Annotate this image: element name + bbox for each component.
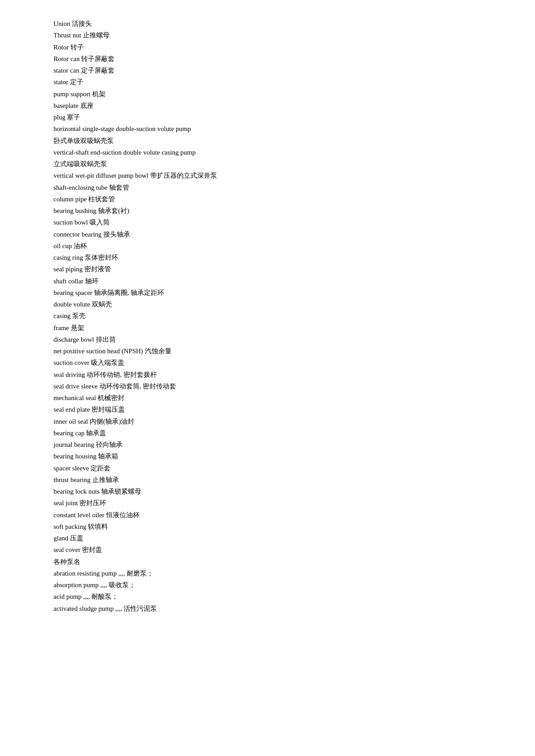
term-discharge-bowl: discharge bowl 排出筒 <box>54 334 482 345</box>
term-bearing-housing: bearing housing 轴承箱 <box>54 450 482 462</box>
term-casing: casing 泵壳 <box>54 310 482 322</box>
term-vertical-pump: vertical-shaft end-suction double volute… <box>54 147 482 158</box>
term-oil-cup: oil cup 油杯 <box>54 240 482 252</box>
term-suction-cover: suction cover 吸入端泵盖 <box>54 357 482 368</box>
term-constant-level-oiler: constant level oiler 恒液位油杯 <box>54 509 482 521</box>
term-baseplate: baseplate 底座 <box>54 100 482 111</box>
term-shaft-enclosing: shaft-enclosing tube 轴套管 <box>54 182 482 193</box>
term-bearing-bushing: bearing bushing 轴承套(衬) <box>54 205 482 217</box>
term-spacer-sleeve: spacer sleeve 定距套 <box>54 462 482 474</box>
term-seal-drive-sleeve: seal drive sleeve 动环传动套筒, 密封传动套 <box>54 380 482 392</box>
term-gland: gland 压盖 <box>54 532 482 544</box>
term-thrust-nut: Thrust nut 止推螺母 <box>54 29 482 41</box>
term-bearing-spacer: bearing spacer 轴承隔离圈, 轴承定距环 <box>54 287 482 298</box>
section-title: 各种泵名 <box>54 556 482 568</box>
term-shaft-collar: shaft collar 轴环 <box>54 275 482 287</box>
term-seal-piping: seal piping 密封液管 <box>54 263 482 275</box>
term-rotor-can: Rotor can 转子屏蔽套 <box>54 53 482 65</box>
term-seal-cover: seal cover 密封盖 <box>54 544 482 556</box>
term-connector-bearing: connector bearing 接头轴承 <box>54 229 482 240</box>
term-abration-resisting-pump: abration resisting pump ,,,, 耐磨泵； <box>54 568 482 579</box>
term-union: Union 活接头 <box>54 18 482 29</box>
term-frame: frame 悬架 <box>54 322 482 334</box>
term-seal-end-plate: seal end plate 密封端压盖 <box>54 404 482 415</box>
term-inner-oil-seal: inner oil seal 内侧(轴承)油封 <box>54 416 482 427</box>
term-seal-driving: seal driving 动环传动销, 密封套拨杆 <box>54 369 482 380</box>
term-stator-can: stator can 定子屏蔽套 <box>54 65 482 76</box>
term-seal-joint: seal joint 密封压环 <box>54 497 482 509</box>
term-thrust-bearing: thrust bearing 止推轴承 <box>54 474 482 486</box>
term-horizontal-pump: horizontal single-stage double-suction v… <box>54 123 482 135</box>
main-content: Union 活接头 Thrust nut 止推螺母 Rotor 转子 Rotor… <box>54 18 482 614</box>
term-bearing-cap: bearing cap 轴承盖 <box>54 427 482 439</box>
term-pump-support: pump support 机架 <box>54 88 482 100</box>
term-casing-ring: casing ring 泵体密封环 <box>54 252 482 263</box>
term-soft-packing: soft packing 软填料 <box>54 521 482 532</box>
term-horizontal-pump-zh: 卧式单级双吸蜗壳泵 <box>54 135 482 147</box>
term-absorption-pump: absorption pump ,,,, 吸收泵； <box>54 579 482 591</box>
term-mechanical-seal: mechanical seal 机械密封 <box>54 392 482 404</box>
term-npsh: net positive suction head (NPSH) 汽蚀余量 <box>54 345 482 357</box>
term-column-pipe: column pipe 柱状套管 <box>54 193 482 205</box>
term-bearing-lock-nuts: bearing lock nuts 轴承锁紧螺母 <box>54 486 482 497</box>
term-acid-pump: acid pump ,,,, 耐酸泵； <box>54 591 482 602</box>
term-wet-pit: vertical wet-pit diffuser pump bowl 带扩压器… <box>54 170 482 181</box>
term-plug: plug 塞子 <box>54 111 482 123</box>
term-vertical-pump-zh: 立式端吸双蜗壳泵 <box>54 158 482 170</box>
term-journal-bearing: journal bearing 径向轴承 <box>54 439 482 450</box>
term-double-volute: double volute 双蜗壳 <box>54 298 482 310</box>
term-stator: stator 定子 <box>54 76 482 88</box>
term-activated-sludge-pump: activated sludge pump ,,,, 活性污泥泵 <box>54 603 482 614</box>
term-rotor: Rotor 转子 <box>54 41 482 53</box>
term-suction-bowl: suction bowl 吸入筒 <box>54 217 482 228</box>
